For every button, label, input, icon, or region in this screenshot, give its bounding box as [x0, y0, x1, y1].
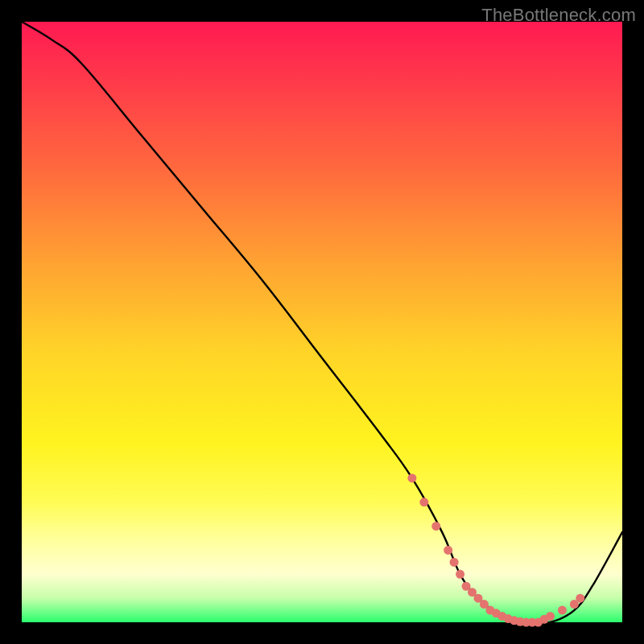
- marker-dot: [407, 473, 416, 482]
- marker-dot: [419, 497, 428, 506]
- marker-dot: [576, 594, 584, 603]
- marker-dot: [444, 546, 452, 555]
- marker-dot: [456, 570, 464, 579]
- bottleneck-curve: [22, 22, 622, 624]
- curve-layer: [22, 22, 622, 622]
- marker-dot: [431, 522, 440, 530]
- gradient-plot-area: [22, 22, 622, 622]
- marker-dot: [558, 606, 567, 615]
- marker-dot: [450, 558, 459, 567]
- chart-stage: TheBottleneck.com: [0, 0, 644, 644]
- marker-dots: [407, 473, 584, 626]
- marker-dot: [546, 612, 555, 621]
